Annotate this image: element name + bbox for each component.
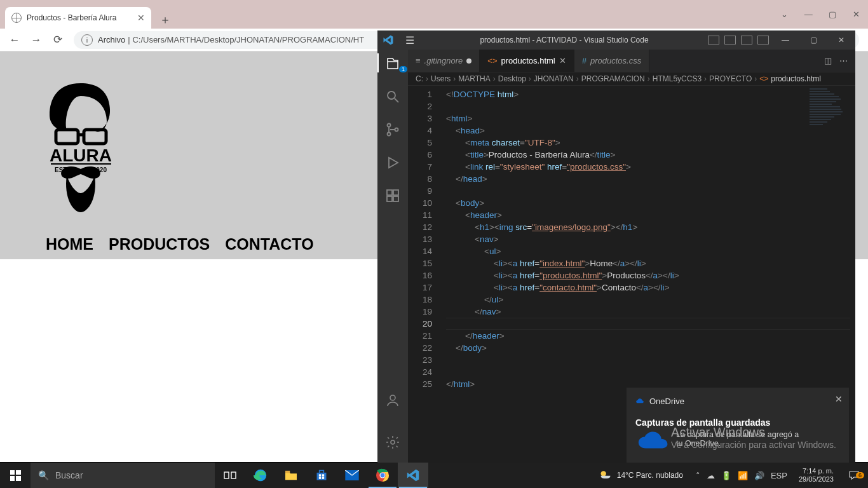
search-icon[interactable] <box>385 89 400 108</box>
tray-chevron-icon[interactable]: ˄ <box>696 471 700 480</box>
mail-icon[interactable] <box>337 463 367 488</box>
breadcrumb-item[interactable]: PROYECTO <box>709 74 752 83</box>
vscode-minimize-icon[interactable]: — <box>771 30 799 50</box>
file-explorer-icon[interactable] <box>276 463 306 488</box>
toast-body-line2: tu OneDrive. <box>676 439 799 448</box>
source-control-icon[interactable] <box>385 122 400 141</box>
vscode-titlebar[interactable]: ☰ productos.html - ACTIVIDAD - Visual St… <box>377 30 855 50</box>
tab-gitignore[interactable]: ≡ .gitingnore <box>408 50 480 72</box>
vscode-maximize-icon[interactable]: ▢ <box>799 30 827 50</box>
taskbar-pinned-apps <box>215 463 428 488</box>
breadcrumb[interactable]: C:› Users› MARTHA› Desktop› JHONATAN› PR… <box>408 72 855 86</box>
vscode-taskbar-icon[interactable] <box>398 463 428 488</box>
windows-taskbar: 🔍 Buscar 14°C Parc. nublado ˄ ☁ 🔋 📶 🔊 ES… <box>0 463 868 488</box>
task-view-icon[interactable] <box>215 463 245 488</box>
layout-panel-bottom-icon[interactable] <box>724 36 736 44</box>
chrome-tab-bar: Productos - Barbería Alura ✕ ＋ ⌄ — ▢ ✕ <box>0 5 868 29</box>
menu-icon[interactable]: ☰ <box>399 34 421 46</box>
line-number-gutter: 1234567891011121314151617181920212223242… <box>408 86 441 463</box>
tab-actions: ◫ ⋯ <box>824 50 855 72</box>
vscode-window-controls: — ▢ ✕ <box>771 30 855 50</box>
nav-item-productos[interactable]: PRODUCTOS <box>109 235 210 254</box>
start-button[interactable] <box>0 463 31 488</box>
taskbar-clock[interactable]: 7:14 p. m. 29/05/2023 <box>792 467 840 484</box>
dirty-indicator-icon <box>466 58 471 64</box>
action-center-icon[interactable]: 6 <box>840 470 868 481</box>
search-placeholder: Buscar <box>55 470 83 480</box>
tray-battery-icon[interactable]: 🔋 <box>721 471 731 480</box>
tray-wifi-icon[interactable]: 📶 <box>738 471 748 480</box>
chrome-close-icon[interactable]: ✕ <box>844 0 869 29</box>
close-toast-icon[interactable]: ✕ <box>835 394 843 404</box>
svg-point-32 <box>600 471 606 476</box>
svg-rect-0 <box>56 130 78 144</box>
windows-logo-icon <box>10 470 21 481</box>
minimap[interactable] <box>810 87 854 176</box>
breadcrumb-item[interactable]: Desktop <box>498 74 526 83</box>
address-url: C:/Users/MARTHA/Desktop/JHONATAN/PROGRAM… <box>132 35 364 44</box>
explorer-icon[interactable]: 1 <box>385 56 400 75</box>
tab-productos-html[interactable]: <> productos.html ✕ <box>480 50 574 72</box>
notification-badge: 6 <box>856 472 864 478</box>
layout-customize-icon[interactable] <box>757 36 769 44</box>
close-tab-icon[interactable]: ✕ <box>137 13 145 23</box>
extensions-icon[interactable] <box>385 188 400 207</box>
tab-label: .gitingnore <box>424 56 463 65</box>
barberia-alura-logo: ALURA ESTD 2020 <box>38 80 124 214</box>
vscode-logo-icon <box>377 34 399 46</box>
chrome-restore-down-icon[interactable]: ⌄ <box>773 0 797 29</box>
onedrive-toast[interactable]: ✕ OneDrive Capturas de pantalla guardada… <box>627 388 849 465</box>
forward-button[interactable]: → <box>25 30 47 50</box>
weather-text: 14°C Parc. nublado <box>617 471 683 480</box>
svg-rect-23 <box>320 471 324 473</box>
layout-panel-right-icon[interactable] <box>741 36 752 44</box>
reload-button[interactable]: ⟳ <box>47 30 69 50</box>
address-separator: | <box>128 35 130 44</box>
breadcrumb-item[interactable]: productos.html <box>771 74 821 83</box>
microsoft-store-icon[interactable] <box>306 463 337 488</box>
taskbar-search[interactable]: 🔍 Buscar <box>31 463 215 488</box>
breadcrumb-item[interactable]: MARTHA <box>458 74 490 83</box>
accounts-icon[interactable] <box>385 393 400 412</box>
browser-tab[interactable]: Productos - Barbería Alura ✕ <box>5 7 151 29</box>
breadcrumb-item[interactable]: Users <box>431 74 451 83</box>
globe-icon <box>11 13 22 23</box>
edge-icon[interactable] <box>245 463 276 488</box>
vscode-window: ☰ productos.html - ACTIVIDAD - Visual St… <box>377 30 855 463</box>
new-tab-button[interactable]: ＋ <box>156 11 174 29</box>
css-file-icon: # <box>582 56 587 65</box>
site-info-icon[interactable]: i <box>81 34 93 46</box>
tab-productos-css[interactable]: # productos.css <box>574 50 649 72</box>
chrome-titlebar-strip <box>0 0 868 5</box>
tray-language[interactable]: ESP <box>771 471 787 480</box>
back-button[interactable]: ← <box>4 30 25 50</box>
breadcrumb-item[interactable]: HTML5yCCS3 <box>653 74 702 83</box>
split-editor-icon[interactable]: ◫ <box>824 56 832 65</box>
chrome-minimize-icon[interactable]: — <box>797 0 821 29</box>
weather-widget[interactable]: 14°C Parc. nublado <box>592 469 691 482</box>
tray-onedrive-icon[interactable]: ☁ <box>707 471 715 480</box>
chrome-taskbar-icon[interactable] <box>367 463 398 488</box>
tray-volume-icon[interactable]: 🔊 <box>754 471 764 480</box>
vscode-close-icon[interactable]: ✕ <box>827 30 855 50</box>
svg-rect-18 <box>224 472 229 478</box>
clock-date: 29/05/2023 <box>799 475 834 484</box>
more-actions-icon[interactable]: ⋯ <box>839 56 848 65</box>
weather-icon <box>599 469 612 482</box>
file-icon: ≡ <box>416 56 421 65</box>
svg-point-11 <box>395 128 398 132</box>
nav-item-contacto[interactable]: CONTACTO <box>225 235 313 254</box>
run-debug-icon[interactable] <box>385 155 400 174</box>
svg-point-9 <box>388 124 391 127</box>
breadcrumb-item[interactable]: C: <box>416 74 423 83</box>
breadcrumb-item[interactable]: PROGRAMACION <box>581 74 645 83</box>
svg-rect-1 <box>84 130 106 144</box>
chrome-maximize-icon[interactable]: ▢ <box>820 0 844 29</box>
close-tab-icon[interactable]: ✕ <box>559 56 566 65</box>
breadcrumb-item[interactable]: JHONATAN <box>534 74 574 83</box>
nav-item-home[interactable]: HOME <box>46 235 93 254</box>
clock-time: 7:14 p. m. <box>799 467 834 475</box>
layout-panel-left-icon[interactable] <box>708 36 719 44</box>
settings-gear-icon[interactable] <box>385 435 400 454</box>
activity-bar: 1 <box>377 50 408 463</box>
